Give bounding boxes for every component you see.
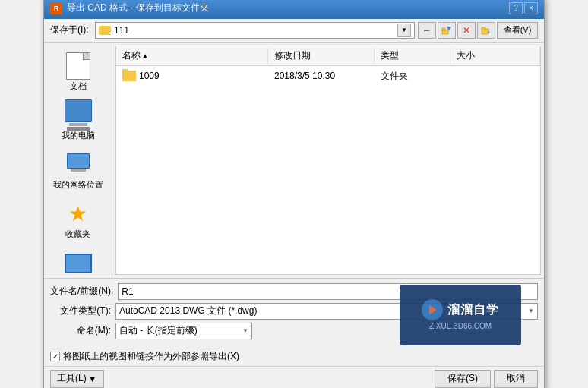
file-list[interactable]: 名称 ▲ 修改日期 类型 大小 1009 2018/3/5 bbox=[115, 46, 541, 275]
file-list-header: 名称 ▲ 修改日期 类型 大小 bbox=[116, 46, 540, 66]
close-button[interactable]: × bbox=[524, 2, 538, 14]
sidebar-item-network[interactable]: 我的网络位置 bbox=[48, 147, 109, 194]
watermark-play-icon bbox=[422, 299, 443, 320]
col-date-label: 修改日期 bbox=[274, 49, 311, 62]
file-date: 2018/3/5 10:30 bbox=[268, 69, 375, 83]
sidebar-item-favorites[interactable]: ★ 收藏夹 bbox=[48, 197, 109, 243]
desktop-icon bbox=[63, 250, 93, 277]
sidebar-favorites-label: 收藏夹 bbox=[65, 229, 90, 239]
tools-label: 工具(L) bbox=[57, 372, 87, 385]
naming-label: 命名(M): bbox=[50, 324, 111, 337]
toolbar-icons: ← ✕ + 查看(V) bbox=[418, 22, 538, 39]
watermark-subtitle: ZIXUE.3D66.COM bbox=[429, 322, 492, 330]
filetype-label: 文件类型(T): bbox=[50, 304, 111, 317]
help-button[interactable]: ? bbox=[509, 2, 523, 14]
main-area: 文档 我的电脑 我的 bbox=[44, 43, 544, 278]
computer-icon bbox=[63, 102, 93, 129]
watermark-top: 溜溜自学 bbox=[422, 299, 499, 320]
svg-rect-4 bbox=[482, 27, 485, 30]
app-icon: R bbox=[50, 2, 62, 14]
delete-button[interactable]: ✕ bbox=[457, 22, 476, 39]
naming-value: 自动 - 长(指定前缀) bbox=[119, 324, 198, 337]
watermark: 溜溜自学 ZIXUE.3D66.COM bbox=[400, 285, 521, 345]
sidebar-network-label: 我的网络位置 bbox=[53, 180, 103, 190]
sidebar-documents-label: 文档 bbox=[70, 81, 87, 91]
col-header-name[interactable]: 名称 ▲ bbox=[116, 48, 268, 64]
path-display[interactable]: 111 ▼ bbox=[95, 22, 415, 39]
save-button[interactable]: 保存(S) bbox=[435, 370, 491, 388]
filename-label: 文件名/前缀(N): bbox=[50, 285, 113, 298]
dialog-title: 导出 CAD 格式 - 保存到目标文件夹 bbox=[67, 2, 209, 14]
toolbar: 保存于(I): 111 ▼ ← ✕ + 查看(V) bbox=[44, 19, 544, 43]
back-button[interactable]: ← bbox=[418, 22, 436, 39]
watermark-title: 溜溜自学 bbox=[447, 302, 499, 318]
tools-arrow: ▼ bbox=[88, 374, 97, 384]
col-header-type[interactable]: 类型 bbox=[375, 48, 450, 64]
table-row[interactable]: 1009 2018/3/5 10:30 文件夹 bbox=[116, 66, 540, 87]
svg-rect-1 bbox=[442, 28, 445, 30]
filetype-value: AutoCAD 2013 DWG 文件 (*.dwg) bbox=[119, 304, 257, 317]
path-text: 111 bbox=[114, 25, 394, 36]
view-button[interactable]: 查看(V) bbox=[497, 22, 538, 39]
file-folder-icon bbox=[122, 71, 136, 81]
cancel-button[interactable]: 取消 bbox=[494, 370, 538, 388]
document-icon bbox=[63, 52, 93, 80]
footer-right: 保存(S) 取消 bbox=[435, 370, 538, 388]
file-name: 1009 bbox=[139, 71, 160, 81]
col-type-label: 类型 bbox=[381, 49, 399, 62]
footer-row: 工具(L) ▼ 保存(S) 取消 bbox=[44, 366, 544, 389]
file-name-cell: 1009 bbox=[116, 69, 268, 83]
checkbox-row: ✓ 将图纸上的视图和链接作为外部参照导出(X) bbox=[44, 347, 544, 366]
title-bar: R 导出 CAD 格式 - 保存到目标文件夹 ? × bbox=[44, 0, 544, 19]
title-buttons: ? × bbox=[509, 2, 538, 14]
xref-checkbox[interactable]: ✓ bbox=[50, 352, 60, 361]
col-name-label: 名称 bbox=[122, 49, 141, 62]
sidebar-computer-label: 我的电脑 bbox=[62, 131, 95, 140]
sort-arrow: ▲ bbox=[142, 52, 148, 59]
footer-left: 工具(L) ▼ bbox=[50, 370, 104, 388]
tools-button[interactable]: 工具(L) ▼ bbox=[50, 370, 104, 388]
new-folder-button[interactable]: + bbox=[477, 22, 495, 39]
xref-checkbox-label: 将图纸上的视图和链接作为外部参照导出(X) bbox=[63, 350, 239, 363]
filetype-dropdown-arrow: ▼ bbox=[528, 308, 534, 314]
sidebar-item-documents[interactable]: 文档 bbox=[48, 49, 109, 95]
network-icon bbox=[63, 151, 93, 178]
sidebar-item-computer[interactable]: 我的电脑 bbox=[48, 98, 109, 144]
naming-dropdown-arrow: ▼ bbox=[242, 327, 248, 334]
save-in-label: 保存于(I): bbox=[50, 24, 92, 36]
col-size-label: 大小 bbox=[457, 49, 475, 62]
up-folder-button[interactable] bbox=[438, 22, 456, 39]
path-folder-icon bbox=[99, 26, 111, 35]
svg-text:+: + bbox=[487, 30, 490, 35]
star-icon: ★ bbox=[63, 200, 93, 228]
col-header-size[interactable]: 大小 bbox=[450, 48, 540, 64]
sidebar-item-desktop[interactable]: 桌面 bbox=[48, 246, 109, 277]
path-dropdown-btn[interactable]: ▼ bbox=[397, 24, 411, 37]
sidebar: 文档 我的电脑 我的 bbox=[44, 43, 112, 278]
naming-dropdown[interactable]: 自动 - 长(指定前缀) ▼ bbox=[115, 323, 252, 339]
file-size bbox=[450, 74, 540, 77]
title-bar-left: R 导出 CAD 格式 - 保存到目标文件夹 bbox=[50, 2, 209, 14]
col-header-date[interactable]: 修改日期 bbox=[268, 48, 375, 64]
file-type: 文件夹 bbox=[375, 68, 450, 84]
